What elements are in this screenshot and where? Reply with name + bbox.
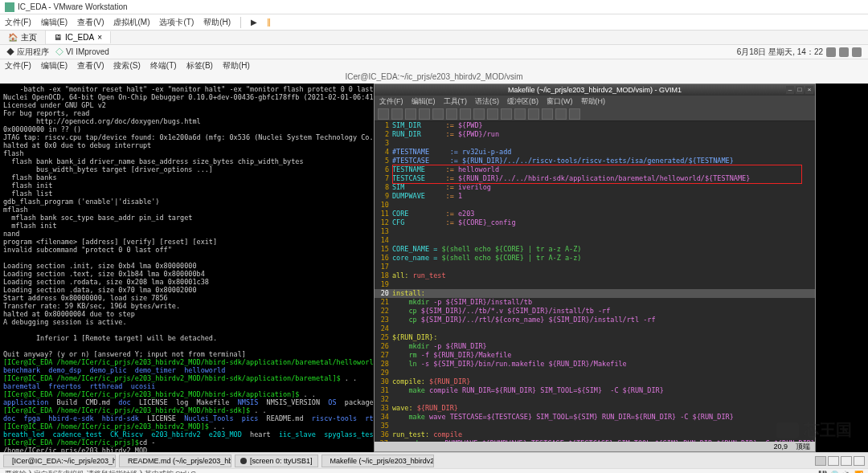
guest-taskbar[interactable]: [ICer@IC_EDA:~/ic_prjs/e203_hbird… READM… xyxy=(0,452,868,468)
wifi-icon[interactable] xyxy=(839,47,849,57)
workspace-2[interactable] xyxy=(828,456,839,466)
gvim-statusbar: 20,9 顶端 xyxy=(375,442,815,451)
applications-menu[interactable]: 应用程序 xyxy=(17,47,49,56)
task-readme[interactable]: README.md (~/ic_prjs/e203_hbird… xyxy=(119,455,231,467)
menu-help[interactable]: 帮助(H) xyxy=(203,17,231,28)
help-icon[interactable] xyxy=(569,108,580,120)
open-icon[interactable] xyxy=(378,108,389,120)
gvim-menubar[interactable]: 文件(F) 编辑(E) 工具(T) 语法(S) 缓冲区(B) 窗口(W) 帮助(… xyxy=(375,96,815,107)
copy-icon[interactable] xyxy=(473,108,485,120)
vmware-menubar[interactable]: 文件(F) 编辑(E) 查看(V) 虚拟机(M) 选项卡(T) 帮助(H) ▶ … xyxy=(0,14,868,31)
vmware-statusbar: 要将输入定向到该虚拟机,请将鼠标指针移入其中或按 Ctrl+G。 💾 💿 🔌 📶 xyxy=(0,468,868,473)
menu-view[interactable]: 查看(V) xyxy=(77,17,104,28)
menu-tabs[interactable]: 选项卡(T) xyxy=(159,17,194,28)
task-makefile[interactable]: Makefile (~/ic_prjs/e203_hbirdv2_… xyxy=(321,455,434,467)
save-icon[interactable] xyxy=(391,108,403,120)
vmware-tabs: 🏠 主页 🖥 IC_EDA × xyxy=(0,31,868,45)
device-icon[interactable]: 📶 xyxy=(854,471,863,474)
gvim-titlebar[interactable]: Makefile (~/ic_prjs/e203_hbirdv2_MOD/vsi… xyxy=(375,84,815,96)
terminal-title: ICer@IC_EDA:~/ic_prjs/e203_hbirdv2_MOD/v… xyxy=(0,72,868,84)
workspace-3[interactable] xyxy=(841,456,852,466)
power-icon[interactable] xyxy=(852,47,862,57)
device-icon[interactable]: 🔌 xyxy=(842,471,851,474)
findnext-icon[interactable] xyxy=(514,108,526,120)
undo-icon[interactable] xyxy=(432,108,444,120)
minimize-button[interactable]: – xyxy=(786,86,794,94)
device-icon[interactable]: 💿 xyxy=(830,471,839,474)
tab-vm[interactable]: 🖥 IC_EDA × xyxy=(46,31,111,43)
close-button[interactable]: × xyxy=(805,86,813,94)
make-icon[interactable] xyxy=(542,108,553,120)
shell-icon[interactable] xyxy=(555,108,567,120)
volume-icon[interactable] xyxy=(826,47,836,57)
workspace-1[interactable] xyxy=(815,456,826,466)
print-icon[interactable] xyxy=(419,108,430,120)
replace-icon[interactable] xyxy=(528,108,539,120)
redo-icon[interactable] xyxy=(446,108,457,120)
device-icon[interactable]: 💾 xyxy=(818,471,827,474)
menu-vm[interactable]: 虚拟机(M) xyxy=(113,17,149,28)
vmware-icon xyxy=(5,2,14,12)
gvim-editor[interactable]: 1SIM_DIR := ${PWD}2RUN_DIR := ${PWD}/run… xyxy=(375,121,815,442)
gvim-window[interactable]: Makefile (~/ic_prjs/e203_hbirdv2_MOD/vsi… xyxy=(374,84,816,452)
watermark: 芯王国 xyxy=(776,419,852,441)
workspace-4[interactable] xyxy=(854,456,865,466)
find-icon[interactable] xyxy=(501,108,512,120)
vmware-titlebar: IC_EDA - VMware Workstation xyxy=(0,0,868,14)
terminal[interactable]: -batch -ex "monitor reset halt" -ex "mon… xyxy=(0,84,374,452)
task-screen[interactable]: [screen 0: ttyUSB1] xyxy=(235,455,318,467)
menu-file[interactable]: 文件(F) xyxy=(5,17,31,28)
paste-icon[interactable] xyxy=(487,108,498,120)
guest-top-panel: ◆ 应用程序 ◇ VI IMproved 6月18日 星期天, 14：22 xyxy=(0,45,868,59)
terminal-menubar[interactable]: 文件(F) 编辑(E) 查看(V) 搜索(S) 终端(T) 标签(B) 帮助(H… xyxy=(0,59,868,72)
task-terminal[interactable]: [ICer@IC_EDA:~/ic_prjs/e203_hbird… xyxy=(3,455,116,467)
menu-edit[interactable]: 编辑(E) xyxy=(41,17,68,28)
cut-icon[interactable] xyxy=(460,108,471,120)
vi-improved[interactable]: VI IMproved xyxy=(66,47,109,56)
clock: 6月18日 星期天, 14：22 xyxy=(737,47,823,58)
pause-button[interactable]: ‖ xyxy=(267,18,271,27)
saveall-icon[interactable] xyxy=(405,108,416,120)
vmware-title-text: IC_EDA - VMware Workstation xyxy=(18,2,128,11)
tab-home[interactable]: 🏠 主页 xyxy=(0,31,46,45)
maximize-button[interactable]: □ xyxy=(796,86,804,94)
play-button[interactable]: ▶ xyxy=(251,18,257,27)
gvim-toolbar[interactable] xyxy=(375,107,815,121)
